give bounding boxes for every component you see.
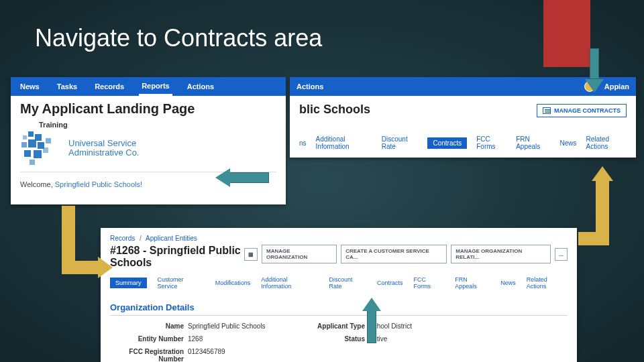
training-label: Training — [39, 121, 276, 129]
nav-item-news[interactable]: News — [17, 78, 42, 95]
organization-details-heading: Organization Details — [110, 302, 568, 316]
tab-discount-rate[interactable]: Discount Rate — [382, 135, 419, 150]
landing-page-title: My Applicant Landing Page — [20, 101, 276, 117]
entity-title: #1268 - Springfield Public Schools — [110, 245, 244, 269]
tab-contracts[interactable]: Contracts — [377, 280, 403, 286]
nav-item-actions[interactable]: Actions — [184, 78, 217, 95]
detail-status: Status Active — [305, 335, 568, 343]
primary-nav: News Tasks Records Reports Actions — [11, 77, 286, 96]
usac-logo-icon — [20, 131, 60, 165]
tab-related-actions[interactable]: Related Actions — [527, 276, 568, 290]
arrow-down-icon — [585, 48, 604, 95]
tab-frn-appeals[interactable]: FRN Appeals — [516, 135, 550, 150]
detail-fcc-registration: FCC Registration Number 0123456789 — [110, 348, 298, 362]
tab-news[interactable]: News — [500, 280, 516, 286]
tab-frn-appeals[interactable]: FRN Appeals — [455, 276, 490, 290]
detail-name: Name Springfield Public Schools — [110, 322, 298, 330]
tab-summary[interactable]: Summary — [110, 278, 147, 288]
slide-accent-bar — [543, 0, 590, 67]
welcome-org-link[interactable]: Springfield Public Schools! — [55, 180, 142, 188]
contracts-header-card: Actions Appian MANAGE CONTRACTS blic Sch… — [290, 77, 636, 158]
tab-additional-information[interactable]: Additional Information — [261, 276, 318, 290]
detail-applicant-type: Applicant Type School District — [305, 322, 568, 330]
secondary-nav: Actions Appian — [290, 77, 636, 96]
tab-related-actions[interactable]: Related Actions — [586, 135, 627, 150]
tab-partial[interactable]: ns — [299, 139, 307, 147]
tab-contracts[interactable]: Contracts — [427, 137, 467, 149]
tab-modifications[interactable]: Modifications — [215, 280, 251, 286]
tab-fcc-forms[interactable]: FCC Forms — [414, 276, 445, 290]
document-icon — [543, 107, 551, 114]
arrow-up-icon — [362, 295, 381, 343]
tab-customer-service[interactable]: Customer Service — [158, 276, 205, 290]
nav-item-records[interactable]: Records — [92, 78, 127, 95]
entity-detail-tabs: Summary Customer Service Modifications A… — [110, 276, 568, 290]
tab-discount-rate[interactable]: Discount Rate — [329, 276, 366, 290]
more-actions-button[interactable]: ... — [555, 248, 568, 261]
nav-item-reports[interactable]: Reports — [139, 78, 172, 96]
organization-details-card: Records / Applicant Entities #1268 - Spr… — [101, 228, 577, 362]
tab-news[interactable]: News — [559, 139, 576, 147]
card-view-icon[interactable]: ▦ — [244, 248, 258, 261]
action-button-row: ▦ MANAGE ORGANIZATION CREATE A CUSTOMER … — [244, 245, 568, 263]
manage-organization-relations-button[interactable]: MANAGE ORGANIZATION RELATI... — [451, 245, 551, 263]
tab-fcc-forms[interactable]: FCC Forms — [476, 135, 506, 150]
detail-entity-number: Entity Number 1268 — [110, 335, 298, 343]
elbow-arrow-right-icon — [62, 206, 115, 273]
tab-additional-information[interactable]: Additional Information — [316, 135, 372, 150]
organization-details-grid: Name Springfield Public Schools Applican… — [110, 322, 568, 362]
manage-organization-button[interactable]: MANAGE ORGANIZATION — [262, 245, 337, 263]
slide-title: Navigate to Contracts area — [35, 24, 322, 52]
nav-item-actions[interactable]: Actions — [297, 82, 323, 90]
entity-tabs: ns Additional Information Discount Rate … — [299, 135, 627, 150]
breadcrumb: Records / Applicant Entities — [110, 235, 568, 242]
manage-contracts-button[interactable]: MANAGE CONTRACTS — [537, 104, 627, 117]
brand-label: Appian — [604, 82, 629, 90]
nav-item-tasks[interactable]: Tasks — [54, 78, 80, 95]
create-customer-service-button[interactable]: CREATE A CUSTOMER SERVICE CA... — [341, 245, 447, 263]
breadcrumb-applicant-entities[interactable]: Applicant Entities — [146, 235, 197, 242]
elbow-arrow-up-icon — [578, 165, 632, 245]
usac-company-name: Universal Service Administrative Co. — [68, 139, 139, 158]
arrow-left-icon — [215, 169, 269, 186]
